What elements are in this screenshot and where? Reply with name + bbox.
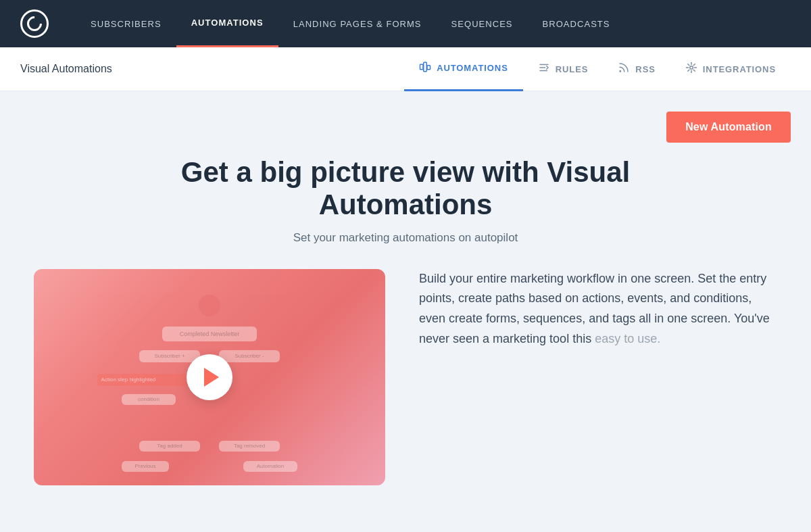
- nav-sequences[interactable]: SEQUENCES: [437, 0, 528, 47]
- logo[interactable]: [20, 9, 49, 38]
- sub-nav-rss-label: RSS: [635, 64, 655, 74]
- video-play-button[interactable]: [187, 354, 232, 400]
- sub-nav-links: AUTOMATIONS RULES RSS: [404, 47, 791, 91]
- sub-nav-rules[interactable]: RULES: [523, 47, 604, 91]
- sub-nav-automations[interactable]: AUTOMATIONS: [404, 47, 523, 91]
- description-text: Build your entire marketing workflow in …: [419, 269, 777, 349]
- svg-line-13: [693, 70, 695, 71]
- svg-point-7: [690, 66, 693, 70]
- play-icon: [204, 368, 219, 387]
- sub-nav-rules-label: RULES: [556, 64, 589, 74]
- nav-automations[interactable]: AUTOMATIONS: [176, 0, 278, 47]
- description-muted: easy to use.: [595, 332, 660, 345]
- rules-icon: [538, 62, 550, 76]
- svg-line-12: [688, 64, 689, 66]
- sub-navigation: Visual Automations AUTOMATIONS RULES: [0, 47, 811, 91]
- top-navigation: SUBSCRIBERS AUTOMATIONS LANDING PAGES & …: [0, 0, 811, 47]
- svg-line-15: [688, 70, 689, 71]
- hero-subtitle: Set your marketing automations on autopi…: [293, 231, 518, 245]
- rss-icon: [618, 62, 630, 76]
- main-content: New Automation Get a big picture view wi…: [0, 91, 811, 512]
- action-row: New Automation: [20, 112, 791, 143]
- video-thumbnail[interactable]: Completed Newsletter Subscriber + Subscr…: [34, 269, 385, 485]
- svg-line-14: [693, 64, 695, 66]
- nav-subscribers[interactable]: SUBSCRIBERS: [76, 0, 176, 47]
- sub-nav-rss[interactable]: RSS: [603, 47, 670, 91]
- svg-rect-1: [424, 62, 427, 72]
- sub-nav-integrations-label: INTEGRATIONS: [703, 64, 776, 74]
- nav-landing-pages[interactable]: LANDING PAGES & FORMS: [278, 0, 437, 47]
- nav-links: SUBSCRIBERS AUTOMATIONS LANDING PAGES & …: [76, 0, 791, 47]
- automations-icon: [419, 61, 431, 76]
- nav-broadcasts[interactable]: BROADCASTS: [528, 0, 625, 47]
- svg-point-6: [620, 71, 621, 72]
- svg-rect-2: [427, 65, 431, 69]
- hero-section: Get a big picture view with Visual Autom…: [20, 156, 791, 245]
- content-row: Completed Newsletter Subscriber + Subscr…: [34, 269, 777, 485]
- new-automation-button[interactable]: New Automation: [666, 112, 791, 143]
- svg-rect-0: [420, 64, 424, 70]
- sub-nav-automations-label: AUTOMATIONS: [437, 63, 508, 73]
- hero-title: Get a big picture view with Visual Autom…: [115, 156, 696, 222]
- logo-icon: [24, 13, 45, 34]
- sub-nav-integrations[interactable]: INTEGRATIONS: [670, 47, 791, 91]
- integrations-icon: [685, 62, 697, 76]
- sub-nav-title: Visual Automations: [20, 63, 112, 75]
